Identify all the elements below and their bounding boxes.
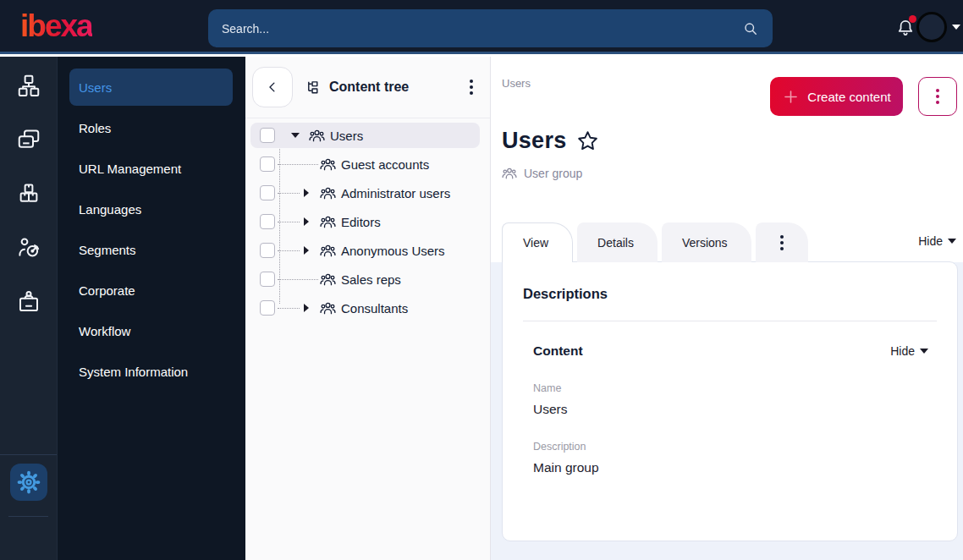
descriptions-heading: Descriptions (523, 286, 937, 302)
ibexa-admin-ui: ibexa (0, 0, 963, 560)
tree-item-label: Administrator users (341, 186, 450, 200)
tab-more-button[interactable] (756, 222, 808, 262)
tree-item-anonymous-users[interactable]: Anonymous Users (250, 238, 480, 263)
boxes-icon[interactable] (11, 176, 47, 211)
field-label: Name (533, 382, 937, 394)
id-badge-icon[interactable] (11, 284, 47, 320)
tree-item-users[interactable]: Users (250, 123, 480, 148)
tree-item-label: Users (330, 129, 363, 143)
sidebar-item-roles[interactable]: Roles (69, 109, 233, 146)
user-group-icon (309, 129, 325, 143)
topbar: ibexa (0, 0, 963, 54)
create-content-button[interactable]: Create content (770, 77, 903, 116)
kebab-icon (775, 230, 789, 255)
sitemap-icon[interactable] (11, 68, 47, 103)
collapse-tree-button[interactable] (252, 67, 293, 107)
user-avatar[interactable] (916, 12, 947, 42)
caret-collapsed-icon[interactable] (301, 188, 311, 198)
hide-label: Hide (918, 234, 943, 248)
tab-content-area: Descriptions Content Hide Name Users Des… (491, 262, 963, 560)
tree-item-sales-reps[interactable]: Sales reps (250, 266, 480, 292)
content-section-title: Content (533, 343, 583, 359)
tree-item-checkbox[interactable] (260, 185, 275, 200)
sidebar-item-url-management[interactable]: URL Management (69, 150, 233, 187)
hide-section-toggle[interactable]: Hide (890, 344, 928, 358)
field-label: Description (533, 441, 937, 453)
sidebar-item-corporate[interactable]: Corporate (69, 272, 233, 309)
tab-label: View (523, 236, 548, 250)
view-tab-card: Descriptions Content Hide Name Users Des… (502, 261, 958, 541)
content-tree-header: Content tree (245, 57, 490, 118)
user-group-icon (320, 272, 336, 287)
content-tree-panel: Content tree Users (245, 57, 491, 560)
user-group-icon (502, 167, 517, 180)
tree-item-guest-accounts[interactable]: Guest accounts (250, 151, 480, 177)
bookmark-star-icon[interactable] (576, 129, 599, 152)
user-group-icon (320, 186, 336, 200)
target-person-icon[interactable] (11, 230, 47, 266)
search-input[interactable] (222, 22, 742, 36)
field-value: Users (533, 402, 937, 417)
sidebar-item-label: Languages (79, 202, 141, 217)
chevron-down-icon[interactable] (952, 25, 960, 30)
content-tree-title: Content tree (329, 80, 409, 95)
tree-item-consultants[interactable]: Consultants (250, 295, 480, 321)
user-group-icon (320, 157, 336, 172)
tree-item-administrator-users[interactable]: Administrator users (250, 180, 480, 206)
ibexa-logo[interactable]: ibexa (20, 8, 92, 44)
tree-item-checkbox[interactable] (260, 300, 275, 316)
sidebar-item-label: Corporate (79, 283, 135, 298)
tree-item-checkbox[interactable] (260, 128, 275, 143)
sidebar-item-label: URL Management (79, 162, 181, 176)
user-group-icon (320, 244, 336, 258)
page-title: Users (502, 128, 567, 154)
global-search[interactable] (208, 9, 773, 47)
rail-divider (8, 516, 48, 517)
tree-item-checkbox[interactable] (260, 243, 275, 258)
caret-collapsed-icon[interactable] (301, 303, 311, 313)
notification-badge (909, 15, 916, 23)
tree-item-editors[interactable]: Editors (250, 209, 480, 234)
main-content: Users Create content Users User group Vi… (491, 57, 963, 560)
pages-icon[interactable] (11, 122, 47, 157)
tab-details[interactable]: Details (577, 222, 658, 262)
content-tree-icon (305, 80, 322, 96)
tree-options-button[interactable] (465, 74, 478, 100)
tree-item-label: Editors (341, 215, 381, 229)
tree-item-label: Guest accounts (341, 157, 429, 172)
create-content-label: Create content (807, 90, 890, 104)
caret-expanded-icon[interactable] (290, 130, 300, 140)
search-icon[interactable] (742, 20, 759, 37)
sidebar-item-languages[interactable]: Languages (69, 190, 233, 228)
tree-item-label: Consultants (341, 301, 408, 316)
plus-icon (782, 88, 800, 106)
sidebar-item-system-information[interactable]: System Information (69, 353, 233, 390)
sidebar-item-label: Roles (79, 121, 111, 135)
breadcrumb[interactable]: Users (502, 77, 531, 90)
user-group-icon (320, 215, 336, 229)
content-type-label: User group (524, 167, 582, 180)
field-value: Main group (533, 460, 937, 475)
field-description: Description Main group (533, 441, 937, 475)
page-title-row: Users (502, 128, 599, 154)
tab-versions[interactable]: Versions (662, 222, 751, 262)
hide-panel-toggle[interactable]: Hide (918, 234, 956, 248)
tab-view[interactable]: View (502, 222, 573, 262)
settings-button[interactable] (10, 464, 47, 501)
tree-item-checkbox[interactable] (260, 272, 275, 287)
sidebar-item-workflow[interactable]: Workflow (69, 312, 233, 349)
sidebar-menu: Users Roles URL Management Languages Seg… (58, 57, 245, 560)
notifications-button[interactable] (894, 17, 916, 39)
content-tree-list: Users Guest accounts (245, 118, 490, 321)
caret-collapsed-icon[interactable] (301, 245, 311, 255)
caret-collapsed-icon[interactable] (301, 217, 311, 227)
tree-item-checkbox[interactable] (260, 156, 275, 172)
sidebar-item-segments[interactable]: Segments (69, 231, 233, 268)
page-options-button[interactable] (918, 77, 957, 116)
sidebar-item-users[interactable]: Users (69, 69, 233, 106)
tree-item-checkbox[interactable] (260, 214, 275, 229)
tab-label: Details (597, 236, 634, 250)
icon-rail (0, 57, 58, 560)
field-name: Name Users (533, 382, 937, 417)
caret-down-icon (920, 349, 928, 354)
